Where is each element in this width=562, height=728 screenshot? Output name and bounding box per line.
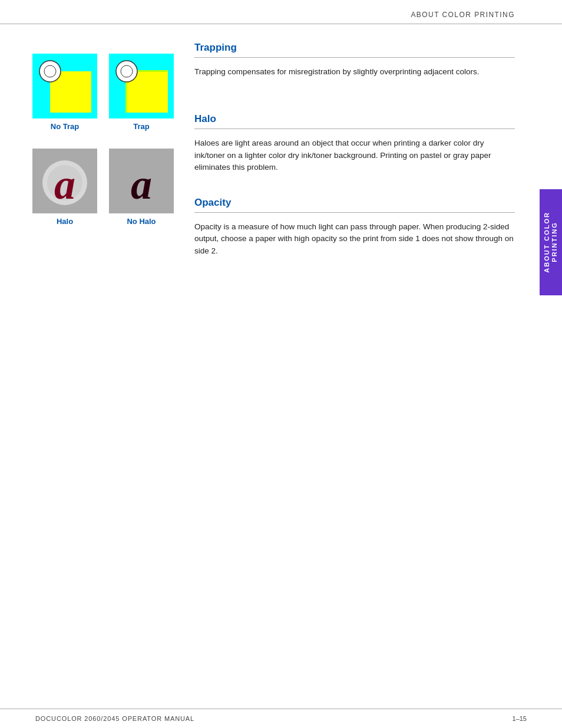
page-header: About Color Printing [0,0,562,24]
header-title: About Color Printing [411,11,515,19]
no-halo-label: No Halo [127,217,156,226]
trapping-section: Trapping Trapping compensates for misreg… [194,42,515,78]
trap-image [109,54,174,118]
no-halo-item: a No Halo [109,149,174,226]
halo-section: Halo Haloes are light areas around an ob… [194,113,515,173]
halo-item: a Halo [32,149,97,226]
trap-images: No Trap [32,54,171,131]
halo-image: a [32,149,97,213]
halo-body: Haloes are light areas around an object … [194,137,515,173]
svg-text:a: a [131,161,152,208]
no-trap-item: No Trap [32,54,97,131]
left-column: No Trap [0,24,183,292]
no-trap-label: No Trap [51,122,79,131]
main-content: No Trap [0,24,562,292]
trapping-body: Trapping compensates for misregistration… [194,66,515,78]
opacity-body: Opacity is a measure of how much light c… [194,221,515,257]
footer-right: 1–15 [513,715,527,722]
svg-point-2 [39,61,61,82]
halo-label: Halo [57,217,73,226]
footer-left: DocuColor 2060/2045 Operator Manual [35,715,194,722]
trapping-title: Trapping [194,42,515,54]
opacity-title: Opacity [194,197,515,209]
trap-label: Trap [133,122,149,131]
trap-item: Trap [109,54,174,131]
right-column: Trapping Trapping compensates for misreg… [183,24,562,292]
halo-divider [194,129,515,129]
svg-point-8 [116,61,137,82]
page-footer: DocuColor 2060/2045 Operator Manual 1–15 [0,709,562,728]
no-halo-image: a [109,149,174,213]
side-tab: About ColorPrinting [540,189,562,295]
opacity-section: Opacity Opacity is a measure of how much… [194,197,515,257]
no-trap-image [32,54,97,118]
halo-title: Halo [194,113,515,125]
svg-text:a: a [54,161,75,208]
side-tab-text: About ColorPrinting [543,212,558,273]
trapping-divider [194,57,515,58]
halo-images: a Halo a No Halo [32,149,171,226]
opacity-divider [194,212,515,213]
